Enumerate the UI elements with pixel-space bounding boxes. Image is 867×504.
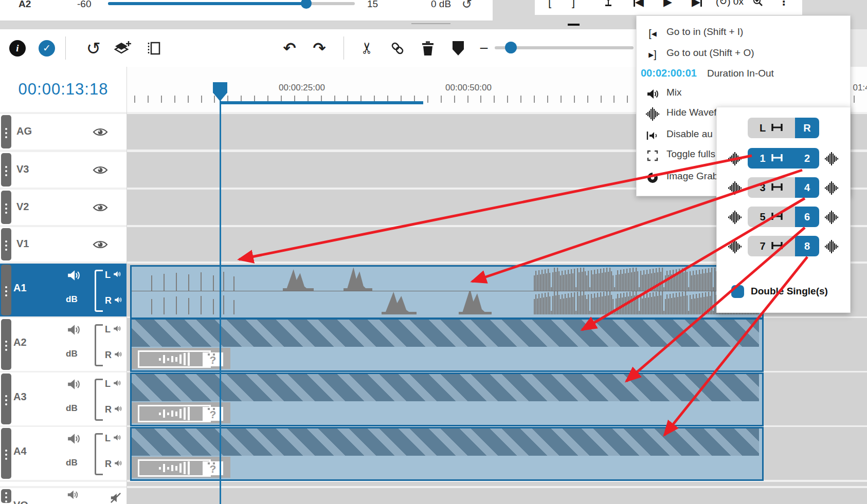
track-drag-handle[interactable] xyxy=(1,428,11,479)
speaker-icon xyxy=(114,296,122,304)
right-channel-label[interactable]: R xyxy=(105,295,122,306)
loop-speed-icon[interactable]: (↻) 0x xyxy=(716,0,744,7)
channel-left-label: 7 xyxy=(760,240,765,252)
collapsed-track-header xyxy=(0,482,127,486)
track-speaker-icon[interactable] xyxy=(67,489,78,502)
track-drag-handle[interactable] xyxy=(1,265,11,315)
undo-icon[interactable]: ↶ xyxy=(280,29,299,67)
channel-left-segment[interactable]: 1 xyxy=(748,148,795,169)
track-drag-handle[interactable] xyxy=(1,489,11,503)
audio-clip-a3[interactable]: ? xyxy=(130,372,764,426)
db-label: dB xyxy=(66,403,78,414)
play-icon[interactable]: ▶ xyxy=(663,0,672,9)
zoom-in-icon[interactable] xyxy=(753,0,763,10)
track-speaker-icon[interactable] xyxy=(67,269,80,284)
track-header-a4[interactable]: A4 dBL R xyxy=(0,427,127,480)
zoom-out-minus[interactable]: − xyxy=(477,29,491,67)
cut-icon[interactable]: ✂ xyxy=(357,29,377,67)
track-speaker-icon[interactable] xyxy=(67,432,80,447)
audio-clip-a4[interactable]: ? xyxy=(130,427,764,481)
left-channel-label[interactable]: L xyxy=(105,379,121,389)
waveform-icon xyxy=(728,181,742,195)
channel-pair-button-12[interactable]: 1 2 xyxy=(748,148,819,169)
track-header-v2[interactable]: V2 xyxy=(0,190,127,225)
ruler-time-label: 00:00:25:00 xyxy=(279,83,325,93)
channel-left-segment[interactable]: L xyxy=(748,118,795,138)
left-channel-label[interactable]: L xyxy=(105,270,121,281)
menu-item-go-to-out-shift-o-[interactable]: ▶]Go to out (Shift + O) xyxy=(637,45,850,65)
track-drag-handle[interactable] xyxy=(1,319,11,370)
track-speaker-icon[interactable] xyxy=(67,323,80,339)
channel-right-segment[interactable]: 8 xyxy=(795,236,819,256)
mark-icon[interactable] xyxy=(604,0,613,10)
segment-box-icon[interactable] xyxy=(145,29,165,67)
timeline-row[interactable] xyxy=(127,488,867,504)
timeline-zoom-knob[interactable] xyxy=(505,42,517,53)
menu-item-go-to-in-shift-i-[interactable]: [◀Go to in (Shift + I) xyxy=(637,24,850,44)
channel-right-segment[interactable]: 6 xyxy=(795,207,819,227)
gain-slider[interactable] xyxy=(108,2,355,5)
layers-add-icon[interactable] xyxy=(112,29,133,67)
track-header-a1[interactable]: A1 dBL R xyxy=(0,264,127,316)
channel-pair-button-34[interactable]: 3 4 xyxy=(748,177,819,198)
track-header-a2[interactable]: A2 dBL R xyxy=(0,318,127,371)
channel-right-segment[interactable]: 2 xyxy=(795,148,819,169)
reset-gain-icon[interactable]: ↺ xyxy=(462,0,472,11)
audio-clip-a1[interactable] xyxy=(130,265,764,319)
pending-hatch-pattern xyxy=(132,320,759,347)
skip-next-icon[interactable]: ▶ xyxy=(692,0,702,9)
skip-previous-icon[interactable]: ◀ xyxy=(634,0,644,9)
trash-icon[interactable] xyxy=(418,29,438,67)
track-header-vo[interactable]: VO xyxy=(0,488,127,504)
double-singles-checkbox[interactable] xyxy=(731,285,744,298)
channel-pair-button-lr[interactable]: L R xyxy=(748,118,819,138)
double-singles-row[interactable]: Double Single(s) xyxy=(717,284,850,301)
redo-icon[interactable]: ↷ xyxy=(310,29,329,67)
shield-icon[interactable] xyxy=(448,29,468,67)
menu-item-duration-in-out[interactable]: 00:02:00:01Duration In-Out xyxy=(637,65,850,85)
waveform-icon xyxy=(825,181,839,195)
left-channel-label[interactable]: L xyxy=(105,433,121,444)
channel-pair-button-78[interactable]: 7 8 xyxy=(748,236,819,256)
confirm-check-icon[interactable]: ✓ xyxy=(38,29,56,67)
in-out-range-bar xyxy=(220,101,423,104)
track-drag-handle[interactable] xyxy=(1,191,11,224)
track-header-v3[interactable]: V3 xyxy=(0,152,127,188)
gain-slider-knob[interactable] xyxy=(301,0,312,9)
track-header-v1[interactable]: V1 xyxy=(0,227,127,262)
channel-left-segment[interactable]: 5 xyxy=(748,207,795,227)
mixer-min-label: -60 xyxy=(77,0,91,10)
menu-item-mix[interactable]: Mix xyxy=(637,85,850,104)
track-speaker-icon[interactable] xyxy=(67,378,80,393)
info-icon[interactable]: i xyxy=(9,29,26,67)
bracket-open-icon[interactable]: [ xyxy=(548,0,551,9)
mute-icon[interactable] xyxy=(110,492,121,504)
right-channel-label[interactable]: R xyxy=(105,459,122,470)
track-drag-handle[interactable] xyxy=(1,374,11,424)
link-icon[interactable] xyxy=(388,29,407,67)
channel-right-segment[interactable]: 4 xyxy=(795,177,819,198)
refresh-icon[interactable]: ↺ xyxy=(84,29,103,67)
right-channel-label[interactable]: R xyxy=(105,404,122,415)
track-header-a3[interactable]: A3 dBL R xyxy=(0,372,127,425)
track-drag-handle[interactable] xyxy=(1,153,11,186)
track-drag-handle[interactable] xyxy=(1,115,11,148)
divider xyxy=(411,23,450,24)
channel-pair-button-56[interactable]: 5 6 xyxy=(748,207,819,227)
left-channel-label[interactable]: L xyxy=(105,324,121,335)
visibility-eye-icon xyxy=(93,127,108,137)
channel-left-segment[interactable]: 7 xyxy=(748,236,795,256)
visibility-eye-icon[interactable] xyxy=(93,202,108,215)
bracket-close-icon[interactable]: ] xyxy=(572,0,575,9)
kebab-menu-icon[interactable]: ⋮ xyxy=(779,0,789,8)
channel-right-segment[interactable]: R xyxy=(795,118,819,138)
track-header-ag[interactable]: AG xyxy=(0,114,127,150)
visibility-eye-icon[interactable] xyxy=(93,127,108,139)
right-channel-label[interactable]: R xyxy=(105,350,122,361)
ruler-tick xyxy=(854,96,855,103)
track-drag-handle[interactable] xyxy=(1,228,11,260)
channel-left-segment[interactable]: 3 xyxy=(748,177,795,198)
visibility-eye-icon[interactable] xyxy=(93,239,108,252)
audio-clip-a2[interactable]: ? xyxy=(130,318,764,372)
visibility-eye-icon[interactable] xyxy=(93,165,108,177)
